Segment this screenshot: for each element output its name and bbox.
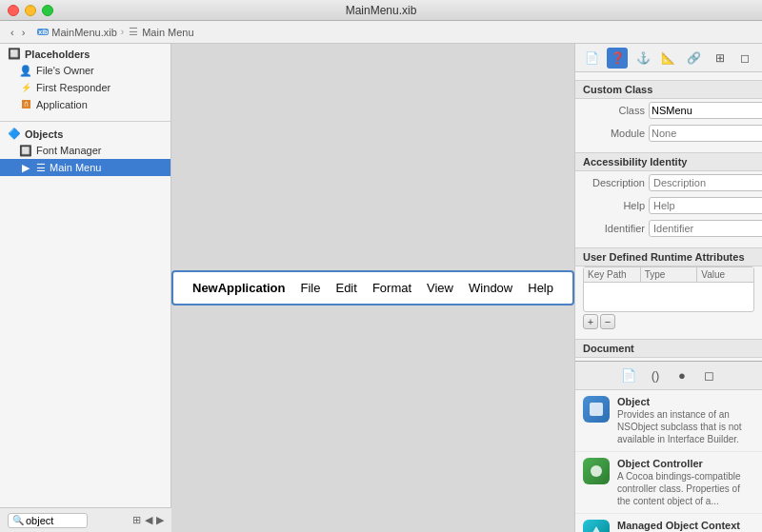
identifier-row: Identifier	[575, 217, 762, 240]
menu-item-help[interactable]: Help	[520, 278, 561, 298]
inspector-toolbar: 📄 ❓ ⚓ 📐 🔗 ⊞ ◻	[575, 44, 762, 72]
prev-page-btn[interactable]: ◀	[145, 514, 152, 526]
maximize-button[interactable]	[42, 5, 53, 16]
library-tab-parens[interactable]: ()	[646, 366, 665, 385]
status-bar-right: ⊞ ◀ ▶	[132, 514, 164, 526]
placeholders-header: 🔲 Placeholders	[0, 44, 170, 62]
menu-item-appname[interactable]: NewApplication	[185, 278, 293, 298]
ud-col-value: Value	[697, 267, 753, 282]
svg-marker-2	[590, 526, 603, 532]
menu-item-file[interactable]: File	[293, 278, 329, 298]
inspector-tab-connections[interactable]: 🔗	[684, 48, 705, 69]
ud-col-type: Type	[641, 267, 698, 282]
ud-col-keypath: Key Path	[584, 267, 641, 282]
tree-item-first-responder[interactable]: ⚡ First Responder	[0, 79, 170, 96]
breadcrumb-back[interactable]: ‹	[8, 26, 17, 39]
library-item-managed-context[interactable]: Managed Object Context An instance of NS…	[575, 514, 762, 532]
library-item-object[interactable]: Object Provides an instance of an NSObje…	[575, 390, 762, 452]
status-bar: 🔍 ⊞ ◀ ▶	[0, 507, 171, 532]
person-icon: 👤	[19, 64, 32, 77]
filter-search-wrap: 🔍	[8, 513, 88, 528]
font-manager-icon: 🔲	[19, 144, 32, 157]
titlebar: MainMenu.xib	[0, 0, 762, 21]
document-section: Document Label ✕	[575, 339, 762, 361]
svg-rect-0	[590, 403, 603, 416]
grid-icon-btn[interactable]: ⊞	[132, 514, 141, 526]
breadcrumb-forward[interactable]: ›	[19, 26, 29, 39]
canvas-area: NewApplication File Edit Format View Win…	[171, 44, 574, 532]
close-button[interactable]	[8, 5, 19, 16]
description-label: Description	[583, 177, 645, 188]
identifier-input[interactable]	[649, 220, 762, 237]
class-field: ▼	[649, 102, 762, 119]
app-icon: 🅰	[19, 98, 32, 111]
class-input[interactable]	[649, 102, 762, 119]
managed-context-item-text: Managed Object Context An instance of NS…	[617, 520, 754, 532]
object-title: Object	[617, 396, 754, 407]
inspector-tab-effects[interactable]: ◻	[734, 48, 755, 69]
custom-class-section: Custom Class Class ▼ Module ▼	[575, 80, 762, 145]
ud-body	[584, 283, 753, 311]
accessibility-section: Accessibility Identity Description Help …	[575, 152, 762, 240]
identifier-label: Identifier	[583, 223, 645, 234]
objects-icon: 🔷	[8, 128, 21, 140]
document-title: Document	[575, 339, 762, 358]
responder-icon: ⚡	[19, 81, 32, 94]
help-row: Help	[575, 194, 762, 217]
tree-item-application[interactable]: 🅰 Application	[0, 96, 170, 113]
module-field: ▼	[649, 125, 762, 142]
inspector-tab-size[interactable]: 📐	[658, 48, 679, 69]
library-tab-cube[interactable]: ◻	[699, 366, 718, 385]
managed-context-icon	[583, 520, 610, 532]
module-input[interactable]	[649, 125, 762, 142]
breadcrumb-item-menu[interactable]: ☰ Main Menu	[128, 27, 193, 38]
help-input[interactable]	[649, 197, 762, 214]
panel-divider	[0, 121, 170, 122]
main-layout: 🔲 Placeholders 👤 File's Owner ⚡ First Re…	[0, 44, 762, 532]
inspector-tab-file[interactable]: 📄	[581, 48, 602, 69]
library-area: 📄 () ● ◻ Object Provides an instance of …	[575, 361, 762, 532]
menu-item-view[interactable]: View	[419, 278, 461, 298]
inspector-tab-identity[interactable]: ❓	[607, 48, 628, 69]
tree-item-font-manager[interactable]: 🔲 Font Manager	[0, 142, 170, 159]
description-input[interactable]	[649, 174, 762, 191]
class-row: Class ▼	[575, 99, 762, 122]
library-toolbar: 📄 () ● ◻	[575, 362, 762, 390]
ud-header: Key Path Type Value	[584, 267, 753, 283]
object-tree: 🔲 Placeholders 👤 File's Owner ⚡ First Re…	[0, 44, 170, 507]
objects-header: 🔷 Objects	[0, 124, 170, 142]
custom-class-title: Custom Class	[575, 80, 762, 99]
library-tab-dot[interactable]: ●	[672, 366, 692, 385]
next-page-btn[interactable]: ▶	[156, 514, 164, 526]
breadcrumb-item-xib[interactable]: xib MainMenu.xib	[37, 27, 116, 38]
menu-item-edit[interactable]: Edit	[328, 278, 364, 298]
user-defined-title: User Defined Runtime Attributes	[575, 247, 762, 266]
left-panel: 🔲 Placeholders 👤 File's Owner ⚡ First Re…	[0, 44, 171, 532]
minimize-button[interactable]	[25, 5, 36, 16]
svg-point-1	[591, 465, 602, 477]
managed-context-title: Managed Object Context	[617, 520, 754, 531]
search-icon: 🔍	[12, 515, 24, 525]
menu-bar-preview: NewApplication File Edit Format View Win…	[171, 270, 574, 305]
window-title: MainMenu.xib	[346, 4, 417, 17]
placeholders-icon: 🔲	[8, 48, 21, 60]
inspector-tab-bindings[interactable]: ⊞	[710, 48, 731, 69]
canvas: NewApplication File Edit Format View Win…	[171, 44, 574, 532]
tree-item-files-owner[interactable]: 👤 File's Owner	[0, 62, 170, 79]
inspector-content: Custom Class Class ▼ Module ▼	[575, 72, 762, 361]
object-icon	[583, 396, 610, 423]
plus-minus-controls: + −	[575, 312, 762, 331]
menu-item-window[interactable]: Window	[461, 278, 520, 298]
library-tab-page[interactable]: 📄	[619, 366, 638, 385]
inspector-tab-attributes[interactable]: ⚓	[632, 48, 653, 69]
remove-attribute-btn[interactable]: −	[600, 314, 615, 329]
tree-item-main-menu[interactable]: ▶ ☰ Main Menu	[0, 159, 170, 176]
library-item-controller[interactable]: Object Controller A Cocoa bindings-compa…	[575, 452, 762, 514]
controller-title: Object Controller	[617, 458, 754, 469]
user-defined-section: User Defined Runtime Attributes Key Path…	[575, 247, 762, 331]
menu-item-format[interactable]: Format	[365, 278, 419, 298]
user-defined-table: Key Path Type Value	[583, 266, 754, 312]
filter-search-input[interactable]	[26, 515, 83, 526]
add-attribute-btn[interactable]: +	[583, 314, 598, 329]
main-menu-expand-icon: ▶	[19, 161, 32, 174]
